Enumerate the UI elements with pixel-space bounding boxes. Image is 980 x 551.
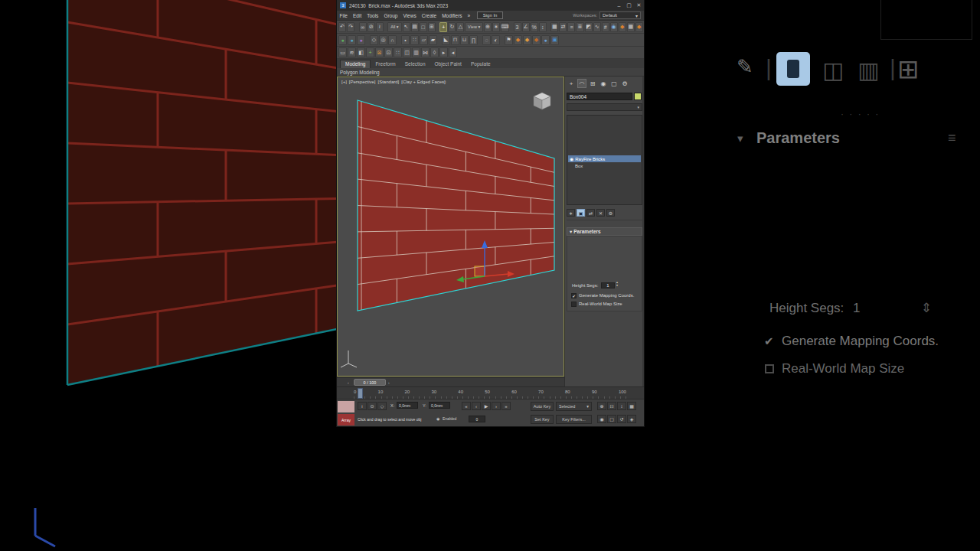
cross-section-icon[interactable]: ⊠: [375, 47, 384, 57]
snaps-toggle-icon[interactable]: 3: [514, 22, 521, 32]
modifier-stack-item-box[interactable]: Box: [568, 162, 641, 169]
bridge-icon[interactable]: ∏: [469, 35, 478, 45]
previous-frame-icon[interactable]: ‹: [472, 402, 481, 410]
modify-tab-icon[interactable]: ◠: [577, 79, 586, 88]
object-name-field[interactable]: Box004: [567, 93, 632, 100]
current-frame-marker[interactable]: [358, 388, 363, 399]
edge-mode-icon[interactable]: ∷: [410, 35, 419, 45]
play-icon[interactable]: ▶: [482, 402, 491, 410]
orbit-icon[interactable]: ↺: [617, 415, 626, 423]
grid-toggle-icon[interactable]: ▭: [338, 47, 347, 57]
spinner-snap-icon[interactable]: ↕: [539, 22, 547, 32]
motion-tab-icon[interactable]: ◉: [599, 79, 608, 88]
reference-coordinate-dropdown[interactable]: View ▾: [465, 22, 482, 32]
poly-selection-icon[interactable]: ◇: [370, 35, 378, 45]
next-frame-arrow[interactable]: ›: [388, 380, 390, 385]
zoom-all-icon[interactable]: ⊡: [607, 402, 616, 410]
isolate-nav-icon[interactable]: ◈: [627, 415, 636, 423]
undo-icon[interactable]: ↶: [338, 22, 346, 32]
menu-item[interactable]: Edit: [350, 13, 364, 18]
field-of-view-icon[interactable]: ◉: [597, 415, 606, 423]
polygon-mode-icon[interactable]: ▰: [429, 35, 437, 45]
perspective-viewport[interactable]: [+][Perspective][Standard][Clay + Edged …: [337, 77, 564, 377]
visibility-icon[interactable]: ◉: [570, 156, 573, 161]
utilities-tab-icon[interactable]: ⚙: [620, 79, 629, 88]
show-end-result-icon[interactable]: ▣: [577, 209, 585, 217]
menu-item[interactable]: Modifiers: [439, 13, 465, 18]
keyboard-shortcut-override-icon[interactable]: ⌨: [501, 22, 509, 32]
minimize-button[interactable]: –: [614, 3, 624, 8]
menu-item[interactable]: Create: [419, 13, 439, 18]
boolean-icon[interactable]: ⊡: [384, 47, 393, 57]
select-by-name-icon[interactable]: ▤: [411, 22, 419, 32]
pin-stack-icon[interactable]: ∗: [567, 209, 575, 217]
key-filters-button[interactable]: Key Filters...: [556, 415, 592, 424]
previous-frame-arrow[interactable]: ‹: [348, 380, 349, 385]
go-to-start-icon[interactable]: «: [462, 402, 471, 410]
play-small-icon[interactable]: ▸: [439, 47, 448, 57]
tab-object-paint[interactable]: Object Paint: [430, 60, 466, 68]
select-and-rotate-icon[interactable]: ↻: [448, 22, 456, 32]
redo-icon[interactable]: ↷: [347, 22, 354, 32]
panel-split-icon[interactable]: ◫: [403, 47, 411, 57]
use-pivot-center-icon[interactable]: ⊕: [484, 22, 492, 32]
real-world-checkbox[interactable]: [571, 302, 577, 307]
generate-mapping-checkbox[interactable]: ✔: [571, 293, 577, 298]
close-button[interactable]: ✕: [634, 2, 644, 8]
object-color-swatch[interactable]: [634, 93, 642, 100]
chamfer-icon[interactable]: ◣: [442, 35, 450, 45]
modifier-stack[interactable]: ◉ RayFire Bricks Box: [567, 115, 642, 205]
track-bar[interactable]: 0102030405060708090100: [337, 386, 644, 399]
render-last-icon[interactable]: ▣: [550, 35, 559, 45]
next-frame-icon[interactable]: ›: [492, 402, 501, 410]
make-unique-icon[interactable]: ⇄: [586, 209, 595, 217]
display-toggle-icon[interactable]: ◐: [492, 35, 500, 45]
half-shade-icon[interactable]: ◧: [357, 47, 365, 57]
maxscript-mini-listener-top[interactable]: [338, 401, 354, 412]
isolate-selection-icon[interactable]: ◌: [482, 35, 491, 45]
select-and-manipulate-icon[interactable]: ∗: [492, 22, 500, 32]
configure-modifier-sets-icon[interactable]: ⚙: [606, 209, 615, 217]
connect-icon[interactable]: ⋈: [421, 47, 430, 57]
render-teapot-icon[interactable]: ◆: [514, 35, 522, 45]
unlink-selection-icon[interactable]: ⊘: [368, 22, 375, 32]
ribbon-toggle-icon[interactable]: ◩: [585, 22, 593, 32]
vertex-mode-icon[interactable]: •: [401, 35, 410, 45]
bevel-icon[interactable]: ⊔: [460, 35, 469, 45]
border-mode-icon[interactable]: ▱: [420, 35, 428, 45]
snap-25d-icon[interactable]: ●: [348, 35, 356, 45]
set-key-button[interactable]: Set Key: [531, 415, 554, 424]
layer-manager-icon[interactable]: ≣: [576, 22, 583, 32]
selected-filter-dropdown[interactable]: Selected ▾: [556, 402, 592, 411]
zoom-extents-icon[interactable]: ↕: [617, 402, 626, 410]
title-bar[interactable]: 3 240130_Brick.max - Autodesk 3ds Max 20…: [337, 0, 644, 11]
schematic-view-icon[interactable]: #: [602, 22, 609, 32]
render-preview-icon[interactable]: ◆: [532, 35, 541, 45]
display-tab-icon[interactable]: ▢: [609, 79, 619, 88]
auto-key-button[interactable]: Auto Key: [531, 402, 554, 411]
tab-freeform[interactable]: Freeform: [371, 60, 400, 68]
menu-item[interactable]: Group: [381, 13, 400, 18]
render-iterative-icon[interactable]: ◆: [523, 35, 531, 45]
curve-editor-icon[interactable]: ∿: [593, 22, 601, 32]
time-slider-track[interactable]: ‹ 0 / 100 ›: [337, 377, 564, 386]
sign-in-button[interactable]: Sign In: [477, 11, 504, 19]
menu-item[interactable]: File: [337, 13, 350, 18]
brick-wall-object[interactable]: [358, 100, 554, 311]
tab-populate[interactable]: Populate: [466, 60, 495, 68]
modifier-list-dropdown[interactable]: ▾: [567, 103, 642, 111]
material-ball-icon[interactable]: ●: [541, 35, 550, 45]
render-production-icon[interactable]: ◆: [635, 22, 643, 32]
height-segs-field[interactable]: 1: [601, 282, 615, 289]
material-editor-icon[interactable]: ◉: [610, 22, 618, 32]
mirror-icon[interactable]: ⇄: [559, 22, 567, 32]
wave-icon[interactable]: ≋: [348, 47, 356, 57]
extrude-icon[interactable]: ⊓: [451, 35, 459, 45]
edge-constraint-icon[interactable]: ∩: [388, 35, 397, 45]
select-and-move-icon[interactable]: +: [439, 22, 447, 32]
absolute-mode-icon[interactable]: ◇: [377, 402, 387, 410]
hierarchy-tab-icon[interactable]: ⊞: [588, 79, 597, 88]
create-tab-icon[interactable]: +: [567, 79, 576, 88]
coord-x-field[interactable]: 0,0mm: [397, 402, 418, 409]
selection-lock-icon[interactable]: ⊙: [368, 402, 377, 410]
